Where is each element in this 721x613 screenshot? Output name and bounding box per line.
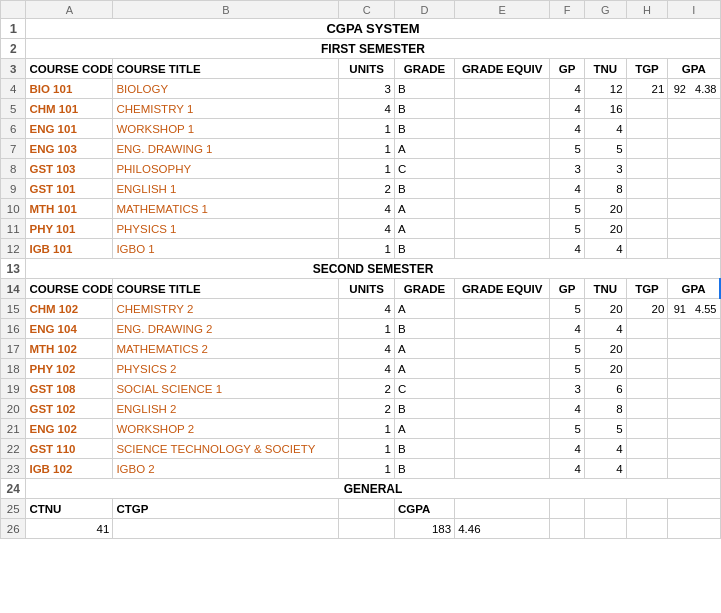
cell-i4-total[interactable]: 92 4.38: [668, 79, 720, 99]
cell-i8[interactable]: [668, 159, 720, 179]
cell-b10[interactable]: MATHEMATICS 1: [113, 199, 339, 219]
cell-i23[interactable]: [668, 459, 720, 479]
cell-i11[interactable]: [668, 219, 720, 239]
cell-a7[interactable]: ENG 103: [26, 139, 113, 159]
cell-g9[interactable]: 8: [584, 179, 626, 199]
cell-e4[interactable]: [455, 79, 550, 99]
cell-a16[interactable]: ENG 104: [26, 319, 113, 339]
cell-e11[interactable]: [455, 219, 550, 239]
cell-c12[interactable]: 1: [339, 239, 395, 259]
cell-h11[interactable]: [626, 219, 668, 239]
cell-c5[interactable]: 4: [339, 99, 395, 119]
cell-h4[interactable]: 21: [626, 79, 668, 99]
cell-b5[interactable]: CHEMISTRY 1: [113, 99, 339, 119]
cell-a20[interactable]: GST 102: [26, 399, 113, 419]
cell-g22[interactable]: 4: [584, 439, 626, 459]
cell-e20[interactable]: [455, 399, 550, 419]
cell-a15[interactable]: CHM 102: [26, 299, 113, 319]
cell-g8[interactable]: 3: [584, 159, 626, 179]
cell-c22[interactable]: 1: [339, 439, 395, 459]
cell-a9[interactable]: GST 101: [26, 179, 113, 199]
cell-e12[interactable]: [455, 239, 550, 259]
cell-a10[interactable]: MTH 101: [26, 199, 113, 219]
cell-d5[interactable]: B: [394, 99, 454, 119]
cell-b8[interactable]: PHILOSOPHY: [113, 159, 339, 179]
cell-a22[interactable]: GST 110: [26, 439, 113, 459]
cell-e16[interactable]: [455, 319, 550, 339]
cell-f7[interactable]: 5: [550, 139, 585, 159]
cell-d23[interactable]: B: [394, 459, 454, 479]
col-header-i[interactable]: I: [668, 1, 720, 19]
cell-i19[interactable]: [668, 379, 720, 399]
cell-h16[interactable]: [626, 319, 668, 339]
col-header-h[interactable]: H: [626, 1, 668, 19]
cell-i16[interactable]: [668, 319, 720, 339]
cell-h19[interactable]: [626, 379, 668, 399]
cell-f5[interactable]: 4: [550, 99, 585, 119]
cell-g12[interactable]: 4: [584, 239, 626, 259]
cell-h6[interactable]: [626, 119, 668, 139]
cell-d15[interactable]: A: [394, 299, 454, 319]
cell-h17[interactable]: [626, 339, 668, 359]
cell-g17[interactable]: 20: [584, 339, 626, 359]
cell-i5[interactable]: [668, 99, 720, 119]
cell-f21[interactable]: 5: [550, 419, 585, 439]
cell-d22[interactable]: B: [394, 439, 454, 459]
cell-i10[interactable]: [668, 199, 720, 219]
cell-d19[interactable]: C: [394, 379, 454, 399]
cell-c6[interactable]: 1: [339, 119, 395, 139]
cell-f20[interactable]: 4: [550, 399, 585, 419]
cell-e17[interactable]: [455, 339, 550, 359]
cell-a26-ctnu-val[interactable]: 41: [26, 519, 113, 539]
cell-a21[interactable]: ENG 102: [26, 419, 113, 439]
cell-c7[interactable]: 1: [339, 139, 395, 159]
cell-d18[interactable]: A: [394, 359, 454, 379]
cell-c11[interactable]: 4: [339, 219, 395, 239]
cell-c10[interactable]: 4: [339, 199, 395, 219]
cell-g15[interactable]: 20: [584, 299, 626, 319]
cell-d4[interactable]: B: [394, 79, 454, 99]
cell-h15[interactable]: 20: [626, 299, 668, 319]
cell-b18[interactable]: PHYSICS 2: [113, 359, 339, 379]
cell-f8[interactable]: 3: [550, 159, 585, 179]
cell-h5[interactable]: [626, 99, 668, 119]
col-header-a[interactable]: A: [26, 1, 113, 19]
cell-a17[interactable]: MTH 102: [26, 339, 113, 359]
cell-g4[interactable]: 12: [584, 79, 626, 99]
cell-a5[interactable]: CHM 101: [26, 99, 113, 119]
cell-d11[interactable]: A: [394, 219, 454, 239]
cell-f19[interactable]: 3: [550, 379, 585, 399]
cell-b17[interactable]: MATHEMATICS 2: [113, 339, 339, 359]
cell-b9[interactable]: ENGLISH 1: [113, 179, 339, 199]
cell-a18[interactable]: PHY 102: [26, 359, 113, 379]
cell-a8[interactable]: GST 103: [26, 159, 113, 179]
cell-g20[interactable]: 8: [584, 399, 626, 419]
cell-i17[interactable]: [668, 339, 720, 359]
col-header-b[interactable]: B: [113, 1, 339, 19]
col-header-e[interactable]: E: [455, 1, 550, 19]
cell-e7[interactable]: [455, 139, 550, 159]
cell-f6[interactable]: 4: [550, 119, 585, 139]
cell-c9[interactable]: 2: [339, 179, 395, 199]
cell-b6[interactable]: WORKSHOP 1: [113, 119, 339, 139]
cell-a19[interactable]: GST 108: [26, 379, 113, 399]
cell-c8[interactable]: 1: [339, 159, 395, 179]
cell-b4[interactable]: BIOLOGY: [113, 79, 339, 99]
cell-h21[interactable]: [626, 419, 668, 439]
cell-h22[interactable]: [626, 439, 668, 459]
cell-i9[interactable]: [668, 179, 720, 199]
cell-f15[interactable]: 5: [550, 299, 585, 319]
cell-f23[interactable]: 4: [550, 459, 585, 479]
cell-d9[interactable]: B: [394, 179, 454, 199]
cell-h12[interactable]: [626, 239, 668, 259]
cell-c4[interactable]: 3: [339, 79, 395, 99]
col-header-g[interactable]: G: [584, 1, 626, 19]
cell-h10[interactable]: [626, 199, 668, 219]
cell-c16[interactable]: 1: [339, 319, 395, 339]
cell-h20[interactable]: [626, 399, 668, 419]
cell-b11[interactable]: PHYSICS 1: [113, 219, 339, 239]
cell-f22[interactable]: 4: [550, 439, 585, 459]
cell-e21[interactable]: [455, 419, 550, 439]
cell-b21[interactable]: WORKSHOP 2: [113, 419, 339, 439]
cell-h8[interactable]: [626, 159, 668, 179]
